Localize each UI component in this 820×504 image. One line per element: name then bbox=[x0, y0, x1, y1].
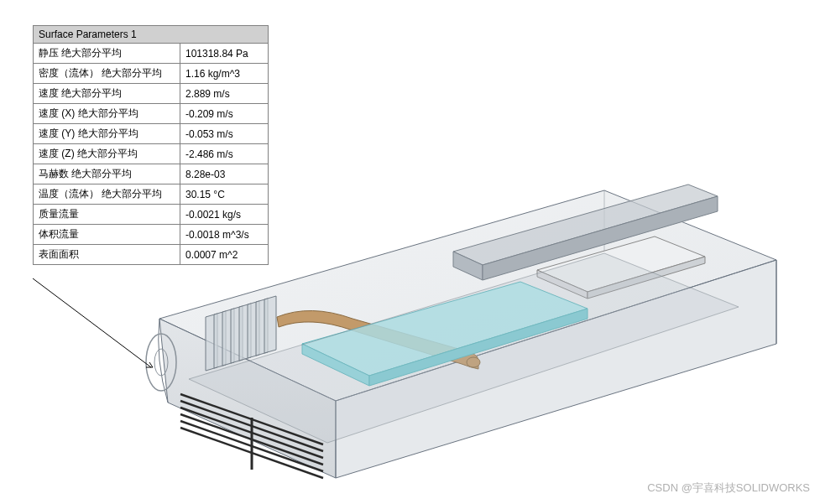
param-value: -2.486 m/s bbox=[180, 144, 269, 164]
param-label: 表面面积 bbox=[34, 245, 180, 265]
param-value: 101318.84 Pa bbox=[180, 44, 269, 64]
param-label: 速度 (Y) 绝大部分平均 bbox=[34, 124, 180, 144]
table-row: 速度 (Y) 绝大部分平均-0.053 m/s bbox=[34, 124, 269, 144]
param-value: 1.16 kg/m^3 bbox=[180, 64, 269, 84]
table-row: 静压 绝大部分平均101318.84 Pa bbox=[34, 44, 269, 64]
table-row: 温度（流体） 绝大部分平均30.15 °C bbox=[34, 184, 269, 205]
param-label: 温度（流体） 绝大部分平均 bbox=[34, 184, 180, 205]
table-row: 马赫数 绝大部分平均8.28e-03 bbox=[34, 164, 269, 184]
param-value: -0.053 m/s bbox=[180, 124, 269, 144]
param-value: -0.209 m/s bbox=[180, 104, 269, 124]
watermark-text: CSDN @宇喜科技SOLIDWORKS bbox=[647, 481, 810, 496]
table-row: 速度 (X) 绝大部分平均-0.209 m/s bbox=[34, 104, 269, 124]
param-value: -0.0021 kg/s bbox=[180, 205, 269, 225]
param-label: 静压 绝大部分平均 bbox=[34, 44, 180, 64]
param-label: 体积流量 bbox=[34, 225, 180, 245]
table-row: 速度 绝大部分平均2.889 m/s bbox=[34, 84, 269, 104]
table-row: 速度 (Z) 绝大部分平均-2.486 m/s bbox=[34, 144, 269, 164]
param-label: 速度 (Z) 绝大部分平均 bbox=[34, 144, 180, 164]
callout-body: 静压 绝大部分平均101318.84 Pa 密度（流体） 绝大部分平均1.16 … bbox=[34, 44, 269, 265]
table-row: 质量流量-0.0021 kg/s bbox=[34, 205, 269, 225]
param-label: 马赫数 绝大部分平均 bbox=[34, 164, 180, 184]
param-label: 速度 绝大部分平均 bbox=[34, 84, 180, 104]
surface-parameters-callout[interactable]: Surface Parameters 1 静压 绝大部分平均101318.84 … bbox=[33, 25, 269, 265]
param-value: 2.889 m/s bbox=[180, 84, 269, 104]
param-value: 8.28e-03 bbox=[180, 164, 269, 184]
param-label: 质量流量 bbox=[34, 205, 180, 225]
param-value: 30.15 °C bbox=[180, 184, 269, 205]
param-label: 密度（流体） 绝大部分平均 bbox=[34, 64, 180, 84]
table-row: 体积流量-0.0018 m^3/s bbox=[34, 225, 269, 245]
svg-marker-13 bbox=[264, 296, 276, 353]
param-value: 0.0007 m^2 bbox=[180, 245, 269, 265]
param-value: -0.0018 m^3/s bbox=[180, 225, 269, 245]
callout-title: Surface Parameters 1 bbox=[34, 26, 269, 44]
table-row: 表面面积0.0007 m^2 bbox=[34, 245, 269, 265]
param-label: 速度 (X) 绝大部分平均 bbox=[34, 104, 180, 124]
table-row: 密度（流体） 绝大部分平均1.16 kg/m^3 bbox=[34, 64, 269, 84]
